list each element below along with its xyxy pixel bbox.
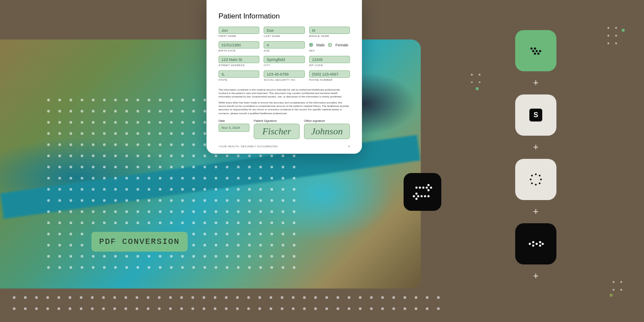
circle-dots-icon [527, 171, 544, 188]
svg-point-32 [536, 243, 538, 245]
zip-field[interactable]: 12345 [309, 56, 350, 63]
svg-point-18 [539, 50, 541, 52]
plus-icon: + [515, 270, 556, 282]
sidebar-tile-stack: + S + + + [515, 30, 556, 288]
sex-radio-group[interactable]: Male Female [309, 41, 350, 49]
patient-signature[interactable]: Fischer [254, 124, 300, 139]
svg-point-19 [534, 53, 536, 55]
age-field[interactable]: 4 [264, 41, 304, 49]
svg-point-6 [428, 189, 430, 191]
svg-point-5 [430, 187, 432, 189]
scattered-dots-icon [526, 239, 545, 249]
middle-name-label: MIDDLE NAME [309, 35, 350, 37]
svg-point-10 [417, 195, 419, 197]
svg-point-14 [531, 48, 533, 50]
street-field[interactable]: 123 Main St [219, 56, 259, 63]
patient-sig-label: Patient Signature [254, 119, 300, 122]
plus-icon: + [515, 77, 556, 88]
state-field[interactable]: IL [219, 70, 259, 78]
birth-date-field[interactable]: 01/01/1980 [219, 41, 259, 49]
ssn-field[interactable]: 123-45-6789 [264, 70, 304, 78]
svg-point-23 [540, 179, 542, 180]
middle-name-field[interactable]: M [309, 27, 350, 34]
s-badge-icon: S [529, 109, 542, 122]
footer-tagline: YOUR HEALTH, SECURELY DOCUMENTED [219, 145, 278, 148]
office-sig-label: Office signature [304, 119, 350, 122]
svg-point-21 [535, 173, 537, 175]
office-signature[interactable]: Johnson [304, 124, 350, 139]
svg-point-16 [532, 50, 535, 52]
svg-point-13 [416, 198, 418, 200]
svg-point-26 [531, 182, 533, 184]
birth-date-label: BIRTH DATE [219, 49, 259, 52]
pdf-conversion-badge: PDF CONVERSION [91, 232, 188, 252]
plus-icon: + [515, 142, 556, 153]
footer-page-number: 0 [348, 145, 350, 148]
date-field[interactable]: Nov 3, 2024 [219, 124, 249, 132]
svg-point-7 [428, 195, 430, 197]
date-label: Date [219, 119, 249, 122]
radio-male-icon[interactable] [309, 43, 313, 47]
dot-grid-bottom [9, 292, 442, 318]
city-label: CITY [264, 64, 304, 67]
radio-female-icon[interactable] [328, 43, 332, 47]
tile-s-badge: S [515, 94, 556, 136]
street-label: STREET ADDRESS [219, 64, 259, 67]
accent-dot-olive [610, 294, 613, 297]
accent-dot-green-2 [622, 29, 625, 32]
accent-dot-green-1 [476, 87, 479, 90]
svg-point-24 [539, 182, 541, 184]
svg-point-20 [538, 53, 540, 55]
svg-point-0 [416, 187, 418, 189]
svg-point-11 [416, 193, 418, 195]
phone-label: PHONE NUMBER [309, 79, 350, 81]
svg-point-15 [534, 48, 536, 50]
svg-point-4 [428, 184, 430, 186]
age-label: AGE [264, 49, 304, 52]
swap-arrows-icon [410, 182, 434, 201]
state-label: STATE [219, 79, 259, 81]
svg-point-29 [529, 243, 531, 245]
radio-male-label: Male [316, 43, 325, 47]
tile-green [515, 30, 556, 71]
last-name-field[interactable]: Doe [264, 27, 304, 34]
tile-dark-dots [515, 223, 556, 264]
svg-point-25 [535, 184, 537, 185]
svg-point-12 [413, 195, 415, 197]
zip-label: ZIP CODE [309, 64, 350, 67]
svg-point-30 [532, 241, 535, 243]
svg-point-35 [542, 243, 544, 245]
svg-point-2 [422, 187, 425, 189]
patient-information-document: Patient Information JonFIRST NAME DoeLAS… [207, 0, 362, 154]
svg-point-31 [532, 245, 535, 247]
svg-point-28 [531, 175, 533, 176]
legal-disclaimer: The information contained in this medica… [219, 88, 350, 115]
svg-point-8 [424, 195, 426, 197]
city-field[interactable]: Springfield [264, 56, 304, 63]
ssn-label: SOCIAL SECURITY NO. [264, 79, 304, 81]
tile-circle-dots [515, 159, 556, 200]
svg-point-9 [421, 195, 423, 197]
decorative-dots-2 [605, 24, 623, 46]
first-name-label: FIRST NAME [219, 35, 259, 37]
last-name-label: LAST NAME [264, 35, 304, 37]
svg-point-3 [426, 187, 428, 189]
svg-point-34 [539, 245, 541, 247]
svg-point-33 [539, 241, 541, 243]
sex-label: SEX [309, 49, 350, 52]
svg-point-1 [419, 187, 421, 189]
dots-cluster-icon [527, 44, 544, 57]
swap-arrows-tile [404, 173, 441, 211]
decorative-dots-1 [468, 71, 485, 83]
first-name-field[interactable]: Jon [219, 27, 259, 34]
svg-point-22 [539, 175, 541, 176]
svg-point-17 [536, 50, 538, 52]
svg-point-27 [530, 179, 532, 180]
document-title: Patient Information [219, 12, 350, 21]
decorative-dots-3 [610, 278, 627, 295]
phone-field[interactable]: (555) 123-4567 [309, 70, 350, 78]
radio-female-label: Female [335, 43, 348, 47]
plus-icon: + [515, 206, 556, 217]
